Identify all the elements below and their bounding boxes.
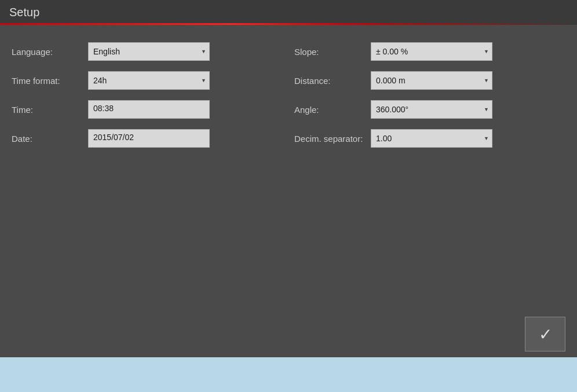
right-column: Slope: ± 0.00 % ± 0.01 % ± 0.10 % Distan…: [283, 42, 565, 343]
time-value: 08:38: [88, 100, 210, 119]
confirm-btn-area: ✓: [513, 311, 577, 357]
time-format-row: Time format: 24h 12h: [12, 71, 283, 90]
distance-select-wrapper[interactable]: 0.000 m 0.00 m 0.0 m: [371, 71, 492, 90]
language-select-wrapper[interactable]: English German French Spanish: [88, 42, 210, 61]
page-title: Setup: [9, 6, 39, 19]
date-label: Date:: [12, 134, 81, 144]
slope-label: Slope:: [294, 47, 364, 57]
time-format-label: Time format:: [12, 76, 81, 86]
language-row: Language: English German French Spanish: [12, 42, 283, 61]
decimal-separator-row: Decim. separator: 1.00 1,00: [294, 129, 565, 148]
date-value: 2015/07/02: [88, 129, 210, 148]
time-row: Time: 08:38: [12, 100, 283, 119]
angle-select-wrapper[interactable]: 360.000° 360.00° 400 gon: [371, 100, 492, 119]
time-format-select[interactable]: 24h 12h: [88, 71, 210, 90]
confirm-button[interactable]: ✓: [525, 317, 565, 351]
main-content: Language: English German French Spanish …: [0, 25, 577, 354]
language-select[interactable]: English German French Spanish: [88, 42, 210, 61]
footer-bar: [0, 357, 577, 392]
slope-select-wrapper[interactable]: ± 0.00 % ± 0.01 % ± 0.10 %: [371, 42, 492, 61]
slope-row: Slope: ± 0.00 % ± 0.01 % ± 0.10 %: [294, 42, 565, 61]
decimal-separator-select[interactable]: 1.00 1,00: [371, 129, 492, 148]
form-area: Language: English German French Spanish …: [12, 42, 565, 343]
slope-select[interactable]: ± 0.00 % ± 0.01 % ± 0.10 %: [371, 42, 492, 61]
distance-row: Distance: 0.000 m 0.00 m 0.0 m: [294, 71, 565, 90]
time-format-select-wrapper[interactable]: 24h 12h: [88, 71, 210, 90]
title-bar: Setup: [0, 0, 577, 25]
distance-label: Distance:: [294, 76, 364, 86]
language-label: Language:: [12, 47, 81, 57]
angle-label: Angle:: [294, 105, 364, 115]
date-row: Date: 2015/07/02: [12, 129, 283, 148]
time-label: Time:: [12, 105, 81, 115]
left-column: Language: English German French Spanish …: [12, 42, 283, 343]
decimal-separator-label: Decim. separator:: [294, 134, 364, 144]
decimal-separator-select-wrapper[interactable]: 1.00 1,00: [371, 129, 492, 148]
angle-select[interactable]: 360.000° 360.00° 400 gon: [371, 100, 492, 119]
angle-row: Angle: 360.000° 360.00° 400 gon: [294, 100, 565, 119]
distance-select[interactable]: 0.000 m 0.00 m 0.0 m: [371, 71, 492, 90]
